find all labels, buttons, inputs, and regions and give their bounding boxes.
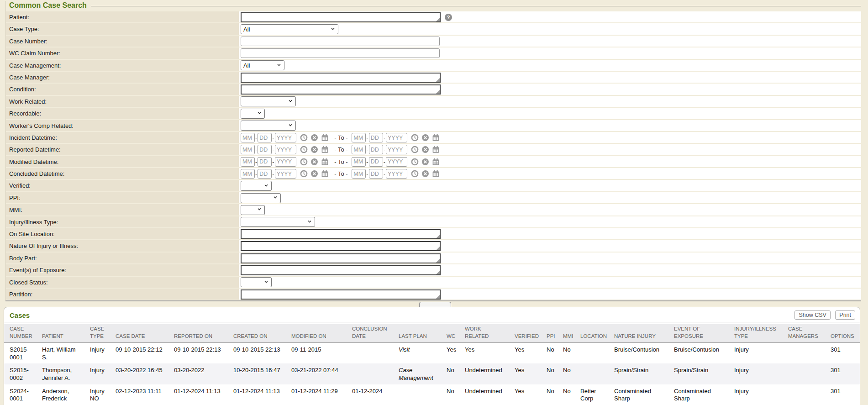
modified-datetime-label: Modified Datetime: (6, 156, 239, 167)
concluded-datetime-from-yyyy-input[interactable] (275, 169, 296, 179)
closed-status-select[interactable] (241, 277, 272, 287)
clear-icon[interactable] (310, 134, 318, 142)
cell: 01-12-2024 (352, 384, 399, 405)
incident-datetime-to-mm-input[interactable] (352, 133, 366, 142)
incident-datetime-to-yyyy-input[interactable] (386, 133, 407, 142)
verified-select[interactable] (241, 181, 272, 191)
help-icon[interactable]: ? (445, 14, 452, 21)
modified-datetime-from-yyyy-input[interactable] (275, 157, 296, 167)
cell: 10-20-2015 16:47 (233, 363, 291, 384)
incident-datetime-from-yyyy-input[interactable] (275, 133, 296, 142)
options-cell[interactable]: 301 (831, 343, 860, 364)
calendar-icon[interactable] (432, 158, 440, 166)
options-cell[interactable]: 301 (831, 384, 860, 405)
nature-of-injury-value-cell (239, 240, 861, 251)
injury-illness-type-select[interactable] (241, 217, 315, 227)
calendar-icon[interactable] (321, 158, 329, 166)
ppi-select[interactable] (241, 193, 281, 203)
concluded-datetime-to-yyyy-input[interactable] (386, 169, 407, 179)
chevron-down-icon (257, 110, 262, 117)
case-manager-field[interactable] (241, 73, 441, 83)
calendar-icon[interactable] (321, 170, 329, 178)
reported-datetime-from-yyyy-input[interactable] (275, 145, 296, 154)
calendar-icon[interactable] (432, 134, 440, 142)
modified-datetime-from-mm-input[interactable] (241, 157, 255, 167)
cell: Yes (465, 343, 515, 364)
clear-icon[interactable] (421, 146, 429, 153)
clock-icon[interactable] (411, 170, 419, 178)
column-header-location: LOCATION (580, 324, 614, 343)
cell: Injury (90, 363, 116, 384)
calendar-icon[interactable] (432, 146, 440, 153)
clear-icon[interactable] (310, 170, 318, 178)
work-related-value-cell (239, 96, 861, 107)
case-type-value-cell: All (239, 23, 861, 34)
calendar-icon[interactable] (432, 170, 440, 178)
clock-icon[interactable] (411, 134, 419, 142)
cell: No (563, 363, 580, 384)
workers-comp-related-select[interactable] (241, 121, 296, 131)
form-row-on-site-location: On Site Location: (6, 228, 861, 239)
clock-icon[interactable] (411, 146, 419, 153)
print-button[interactable]: Print (835, 310, 855, 320)
modified-datetime-to-dd-input[interactable] (369, 157, 383, 167)
concluded-datetime-to-dd-input[interactable] (369, 169, 383, 179)
modified-datetime-from-dd-input[interactable] (258, 157, 272, 167)
column-header-case-date: CASE DATE (116, 324, 174, 343)
clock-icon[interactable] (300, 158, 308, 166)
mmi-select[interactable] (241, 205, 265, 215)
concluded-datetime-from-mm-input[interactable] (241, 169, 255, 179)
condition-field[interactable] (241, 84, 441, 95)
clear-icon[interactable] (421, 158, 429, 166)
case-management-select[interactable]: All (241, 60, 284, 70)
cases-divider (4, 322, 860, 323)
concluded-datetime-to-mm-input[interactable] (352, 169, 366, 179)
reported-datetime-from-mm-input[interactable] (241, 145, 255, 154)
clear-icon[interactable] (421, 170, 429, 178)
incident-datetime-to-dd-input[interactable] (369, 133, 383, 142)
work-related-select[interactable] (241, 96, 296, 106)
modified-datetime-to-mm-input[interactable] (352, 157, 366, 167)
reported-datetime-from-dd-input[interactable] (258, 145, 272, 154)
events-of-exposure-value-cell (239, 264, 861, 275)
clock-icon[interactable] (411, 158, 419, 166)
recordable-select[interactable] (241, 109, 265, 119)
chevron-down-icon (263, 279, 269, 284)
incident-datetime-from-mm-input[interactable] (241, 133, 255, 142)
clear-icon[interactable] (310, 146, 318, 153)
options-cell[interactable]: 301 (831, 363, 860, 384)
reported-datetime-range: -- - To - -- (241, 145, 440, 154)
cell: 09-10-2015 22:13 (233, 343, 291, 364)
clock-icon[interactable] (300, 134, 308, 142)
partition-field[interactable] (241, 289, 441, 300)
condition-label: Condition: (6, 84, 239, 95)
on-site-location-field[interactable] (241, 229, 441, 239)
reported-datetime-to-mm-input[interactable] (352, 145, 366, 154)
modified-datetime-to-yyyy-input[interactable] (386, 157, 407, 167)
form-row-case-type: Case Type:All (6, 23, 861, 34)
case-number-input[interactable] (241, 37, 440, 46)
reported-datetime-to-yyyy-input[interactable] (386, 145, 407, 154)
wc-claim-number-input[interactable] (241, 48, 440, 58)
patient-value-cell: ? (239, 11, 861, 22)
show-csv-button[interactable]: Show CSV (794, 310, 830, 320)
events-of-exposure-field[interactable] (241, 265, 441, 275)
case-type-select[interactable]: All (241, 24, 338, 34)
clock-icon (411, 146, 419, 153)
clear-icon[interactable] (310, 158, 318, 166)
body-part-field[interactable] (241, 253, 441, 263)
cell: No (447, 363, 465, 384)
incident-datetime-from-dd-input[interactable] (258, 133, 272, 142)
patient-field[interactable] (241, 12, 441, 22)
calendar-icon[interactable] (321, 146, 329, 153)
reported-datetime-to-dd-input[interactable] (369, 145, 383, 154)
clock-icon[interactable] (300, 170, 308, 178)
clear-icon (310, 158, 318, 166)
nature-of-injury-field[interactable] (241, 241, 441, 251)
calendar-icon[interactable] (321, 134, 329, 142)
cell: 02-12-2023 11:11 (116, 384, 174, 405)
concluded-datetime-from-dd-input[interactable] (258, 169, 272, 179)
clear-icon[interactable] (421, 134, 429, 142)
condition-value-cell (239, 84, 861, 95)
clock-icon[interactable] (300, 146, 308, 153)
